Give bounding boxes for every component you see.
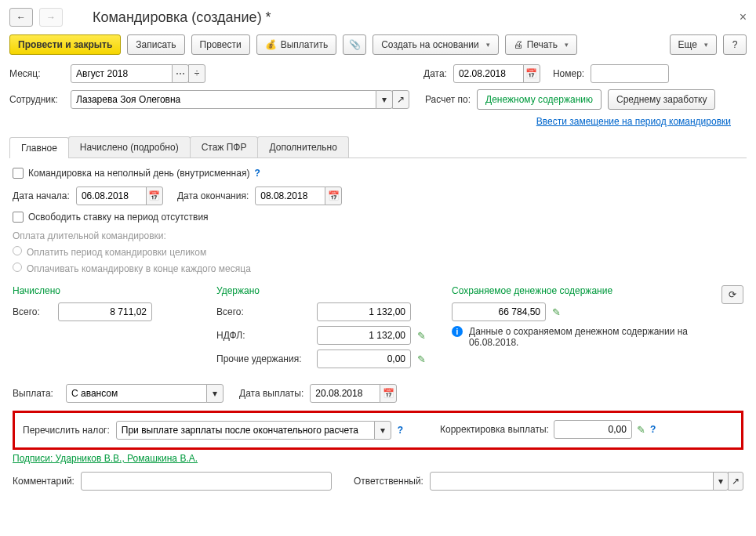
tab-pfr[interactable]: Стаж ПФР — [190, 136, 259, 158]
correction-help-icon[interactable]: ? — [650, 424, 656, 435]
pay-whole-label: Оплатить период командировки целиком — [27, 247, 206, 258]
nav-forward-button[interactable]: → — [39, 8, 63, 27]
print-button[interactable]: 🖨 Печать — [505, 34, 577, 55]
date-calendar-icon[interactable]: 📅 — [523, 64, 540, 83]
partial-day-help-icon[interactable]: ? — [254, 168, 260, 179]
release-rate-label: Освободить ставку на период отсутствия — [28, 212, 209, 223]
long-trip-label: Оплата длительной командировки: — [13, 230, 743, 241]
correction-edit-icon[interactable]: ✎ — [637, 424, 645, 436]
responsible-label: Ответственный: — [354, 476, 423, 487]
accrued-head: Начислено — [13, 285, 193, 296]
attach-button[interactable]: 📎 — [343, 34, 366, 55]
calc-by-avg-button[interactable]: Среднему заработку — [608, 89, 715, 110]
employee-label: Сотрудник: — [9, 94, 64, 105]
substitution-link[interactable]: Ввести замещение на период командировки — [536, 116, 731, 127]
saved-value-input[interactable] — [452, 302, 546, 321]
write-button[interactable]: Записать — [127, 34, 184, 55]
employee-input[interactable] — [71, 90, 376, 109]
end-date-label: Дата окончания: — [177, 190, 249, 201]
page-title: Командировка (создание) * — [93, 9, 271, 26]
month-stepper-icon[interactable]: ÷ — [188, 64, 205, 83]
date-input[interactable] — [453, 64, 524, 83]
calc-by-label: Расчет по: — [425, 94, 471, 105]
close-icon[interactable]: × — [740, 10, 747, 24]
tax-help-icon[interactable]: ? — [398, 425, 403, 436]
post-button[interactable]: Провести — [191, 34, 250, 55]
help-button[interactable]: ? — [723, 34, 747, 55]
correction-label: Корректировка выплаты: — [440, 424, 549, 435]
create-based-button[interactable]: Создать на основании — [373, 34, 499, 55]
other-withheld-label: Прочие удержания: — [216, 353, 311, 364]
end-date-calendar-icon[interactable]: 📅 — [325, 187, 342, 205]
other-withheld-input[interactable] — [317, 349, 411, 368]
date-label: Дата: — [423, 68, 447, 79]
number-input[interactable] — [591, 64, 669, 83]
tab-main[interactable]: Главное — [9, 137, 69, 158]
release-rate-checkbox[interactable] — [13, 212, 24, 223]
pay-date-input[interactable] — [310, 384, 380, 403]
payment-select[interactable] — [66, 384, 207, 403]
pay-monthly-label: Оплачивать командировку в конце каждого … — [27, 263, 251, 274]
saved-edit-icon[interactable]: ✎ — [552, 306, 561, 318]
start-date-calendar-icon[interactable]: 📅 — [146, 187, 163, 205]
number-label: Номер: — [553, 68, 584, 79]
tab-extra[interactable]: Дополнительно — [257, 136, 348, 158]
responsible-open-icon[interactable]: ↗ — [728, 472, 743, 491]
start-date-label: Дата начала: — [13, 190, 70, 201]
payment-dropdown-icon[interactable]: ▾ — [206, 384, 224, 403]
partial-day-label: Командировка на неполный день (внутрисме… — [28, 168, 249, 179]
pay-date-calendar-icon[interactable]: 📅 — [380, 384, 397, 403]
ndfl-input[interactable] — [317, 326, 411, 345]
end-date-input[interactable] — [255, 187, 325, 205]
month-label: Месяц: — [9, 68, 64, 79]
ndfl-edit-icon[interactable]: ✎ — [417, 330, 426, 342]
start-date-input[interactable] — [76, 187, 147, 205]
post-and-close-button[interactable]: Провести и закрыть — [9, 34, 121, 55]
responsible-input[interactable] — [430, 472, 714, 491]
accrued-total-label: Всего: — [13, 306, 52, 317]
payment-label: Выплата: — [13, 388, 60, 399]
pay-button[interactable]: 💰 Выплатить — [256, 34, 337, 55]
comment-label: Комментарий: — [13, 476, 75, 487]
accrued-total-input[interactable] — [58, 302, 152, 321]
refresh-button[interactable]: ⟳ — [721, 285, 743, 304]
other-edit-icon[interactable]: ✎ — [417, 353, 426, 365]
pay-monthly-radio — [13, 263, 22, 272]
employee-dropdown-icon[interactable]: ▾ — [376, 90, 393, 109]
ndfl-label: НДФЛ: — [216, 330, 311, 341]
correction-input[interactable] — [554, 420, 632, 439]
tax-dropdown-icon[interactable]: ▾ — [374, 421, 391, 440]
withheld-head: Удержано — [216, 285, 428, 296]
nav-back-button[interactable]: ← — [9, 8, 33, 27]
pay-icon: 💰 — [265, 39, 277, 50]
month-input[interactable] — [71, 64, 173, 83]
saved-info-text: Данные о сохраняемом денежном содержании… — [469, 326, 689, 348]
saved-head: Сохраняемое денежное содержание — [452, 285, 689, 296]
info-icon: i — [452, 326, 463, 337]
more-button[interactable]: Еще — [670, 34, 717, 55]
tab-accrued[interactable]: Начислено (подробно) — [68, 136, 191, 158]
comment-input[interactable] — [81, 472, 332, 491]
withheld-total-label: Всего: — [216, 306, 311, 317]
pay-whole-radio — [13, 246, 22, 255]
signatures-link[interactable]: Подписи: Ударников В.В., Ромашкина В.А. — [13, 453, 198, 464]
withheld-total-input[interactable] — [317, 302, 411, 321]
responsible-dropdown-icon[interactable]: ▾ — [713, 472, 729, 491]
clip-icon: 📎 — [349, 39, 361, 50]
tax-label: Перечислить налог: — [23, 425, 110, 436]
print-icon: 🖨 — [514, 39, 523, 50]
month-picker-icon[interactable]: ⋯ — [172, 64, 189, 83]
pay-date-label: Дата выплаты: — [239, 388, 303, 399]
employee-open-icon[interactable]: ↗ — [392, 90, 409, 109]
calc-by-money-button[interactable]: Денежному содержанию — [477, 89, 602, 110]
partial-day-checkbox[interactable] — [13, 168, 24, 179]
tax-select[interactable] — [116, 421, 375, 440]
